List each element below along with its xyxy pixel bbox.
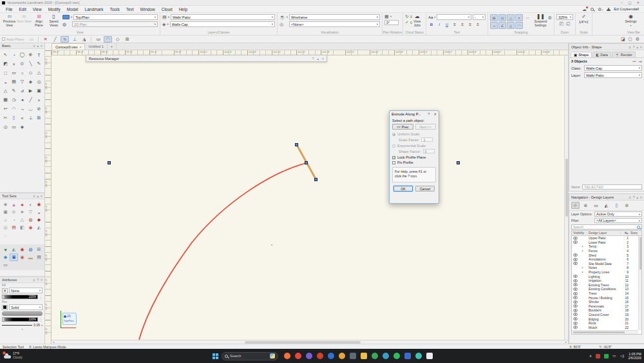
layer-row[interactable]: × House / Building 15 <box>572 295 641 300</box>
3d-dragger-icon[interactable]: ◮ <box>80 36 88 43</box>
italic-button[interactable]: I <box>436 21 442 27</box>
tool-icon[interactable]: ◇ <box>26 68 35 77</box>
dialog-close-icon[interactable]: ✕ <box>433 112 437 116</box>
taskbar-app-icon[interactable] <box>426 353 433 359</box>
fix-profile-checkbox[interactable]: Fix Profile <box>392 161 436 164</box>
marquee-lasso-icon[interactable]: ◠ <box>104 36 112 43</box>
tool-icon[interactable]: ◠ <box>10 104 18 113</box>
align-right-button[interactable]: ≡ <box>467 21 473 27</box>
tool-icon[interactable]: ⊙ <box>18 59 26 68</box>
taskbar-app-icon[interactable] <box>339 353 345 359</box>
table-vertical-scrollbar[interactable] <box>638 236 641 330</box>
tool-icon[interactable]: ◎ <box>35 77 43 86</box>
fill-none-swatch[interactable]: ✕ <box>2 288 8 293</box>
palette-close-icon[interactable]: × <box>322 57 324 61</box>
layer-row[interactable]: × Perennials 17 <box>572 304 641 309</box>
layer-row[interactable]: × Boulders 18 <box>572 308 641 313</box>
render-style-dropdown[interactable]: <None>▾ <box>289 21 380 27</box>
more-options-icon[interactable]: ••• <box>632 59 636 63</box>
taskbar-app-icon[interactable] <box>350 353 356 359</box>
layer-row[interactable]: × Existing Trees 12 <box>572 283 641 288</box>
zoom-previous-icon[interactable]: ◱ <box>566 21 571 26</box>
new-tab-button[interactable]: + <box>108 43 117 50</box>
selection-handle[interactable] <box>305 161 308 164</box>
weather-widget[interactable]: 1 17°FCloudy <box>0 352 26 359</box>
tool-icon[interactable]: ○ <box>18 68 26 77</box>
viewports-icon[interactable]: ▭ <box>592 202 600 209</box>
snap-intersection-icon[interactable]: × <box>515 14 523 21</box>
tool-set-icon[interactable]: ▣ <box>1 208 10 216</box>
view-jobs-button[interactable]: ☁View Jobs <box>412 14 422 28</box>
taskbar-app-icon[interactable] <box>372 353 378 359</box>
prev-button[interactable]: << Prev <box>392 124 413 130</box>
visibility-eye-icon[interactable] <box>572 309 578 312</box>
axes-mode-icon[interactable]: ⊥ <box>70 36 79 43</box>
panel-menu-icon[interactable]: ≡ <box>629 45 631 49</box>
taskbar-app-icon[interactable] <box>295 353 301 359</box>
layer-row[interactable]: × Notes 8 <box>572 266 641 270</box>
saved-views-icon[interactable]: ◭ <box>602 202 611 209</box>
tool-set-icon[interactable]: ⊞ <box>35 246 43 253</box>
palette-help-icon[interactable]: ? <box>312 57 314 61</box>
tool-set-icon[interactable]: ★ <box>18 208 26 216</box>
tool-set-icon[interactable]: ◐ <box>26 201 35 208</box>
taskbar-clock[interactable]: 1:05 PM 2/6/2026 <box>628 352 641 360</box>
marquee-rect-icon[interactable]: ▭ <box>94 36 102 43</box>
tool-icon[interactable]: ╲ <box>26 59 35 68</box>
visibility-eye-icon[interactable] <box>572 283 578 286</box>
menu-item[interactable]: Edit <box>15 6 29 12</box>
lock-profile-plane-checkbox[interactable]: Lock Profile Plane <box>392 155 436 159</box>
render-mode-icon[interactable]: ☕ <box>279 15 285 19</box>
tool-set-icon[interactable]: ◆ <box>1 253 10 261</box>
tool-icon[interactable]: □ <box>1 68 10 77</box>
snap-object-icon[interactable]: ⊡ <box>498 14 506 21</box>
visibility-eye-icon[interactable] <box>572 275 578 278</box>
cancel-button[interactable]: Cancel <box>415 186 435 191</box>
palette-menu-icon[interactable]: ≡ <box>33 278 35 282</box>
tool-icon[interactable]: ↖ <box>1 50 10 59</box>
palette-menu-icon[interactable]: ≡ <box>33 194 35 198</box>
visibility-eye-icon[interactable] <box>572 296 578 299</box>
visibility-eye-icon[interactable] <box>572 240 578 244</box>
class-dropdown[interactable]: Walls-Cap▾ <box>584 65 642 71</box>
layer-row[interactable]: × Rock 21 <box>572 321 641 326</box>
menu-item[interactable]: Window <box>137 6 158 12</box>
tool-icon[interactable]: « <box>18 113 26 123</box>
palette-pin-icon[interactable]: ▴ <box>37 44 39 48</box>
maximize-button[interactable]: ▢ <box>628 1 631 5</box>
visibility-tool-icon[interactable]: ◪ <box>621 37 625 41</box>
visibility-eye-icon[interactable] <box>572 237 578 240</box>
align-center-button[interactable]: ≡ <box>459 21 466 27</box>
tool-set-icon[interactable]: ◆ <box>35 216 43 224</box>
tool-icon[interactable]: △ <box>1 86 10 95</box>
visibility-off-icon[interactable]: × <box>578 245 587 248</box>
visibility-off-icon[interactable]: × <box>578 271 587 274</box>
tool-set-icon[interactable]: ▽ <box>26 208 35 216</box>
panel-pin-icon[interactable]: ▴ <box>637 195 639 199</box>
tool-set-icon[interactable]: ◉ <box>18 246 26 253</box>
tool-icon[interactable]: ▽ <box>18 77 26 86</box>
tool-icon[interactable]: ▦ <box>1 95 10 104</box>
next-button[interactable]: Next >> <box>415 124 437 130</box>
marquee-polygon-icon[interactable]: ◇ <box>113 36 122 43</box>
tray-volume-icon[interactable]: ◁) <box>620 354 625 358</box>
layer-dropdown[interactable]: Walk/ Patio▾ <box>584 72 642 78</box>
tool-icon[interactable]: ⊞ <box>35 113 43 123</box>
auto-plane-checkbox[interactable] <box>2 37 5 41</box>
taskbar-app-icon[interactable] <box>404 353 411 359</box>
layer-row[interactable]: × Trees 14 <box>572 291 641 296</box>
tool-set-icon[interactable]: ◍ <box>26 246 35 253</box>
palette-help-icon[interactable]: ? <box>37 278 39 282</box>
whats-new-icon[interactable]: ☁ <box>582 7 587 12</box>
tool-icon[interactable]: ✂ <box>1 113 10 123</box>
tool-set-icon[interactable]: ▤ <box>10 224 18 231</box>
shape-factor-field[interactable]: 0 <box>423 149 435 153</box>
snap-smart-point-icon[interactable]: ∠ <box>498 22 506 29</box>
layer-row[interactable]: × Mulch 22 <box>572 325 641 329</box>
scale-value[interactable]: 1/4"=1' <box>579 20 589 24</box>
menu-item[interactable]: Help <box>176 6 191 12</box>
tool-icon[interactable]: ▶ <box>26 86 35 95</box>
menu-item[interactable]: Cloud <box>158 6 176 12</box>
panel-close-icon[interactable]: × <box>640 195 642 199</box>
tool-icon[interactable]: ✎ <box>35 59 43 68</box>
